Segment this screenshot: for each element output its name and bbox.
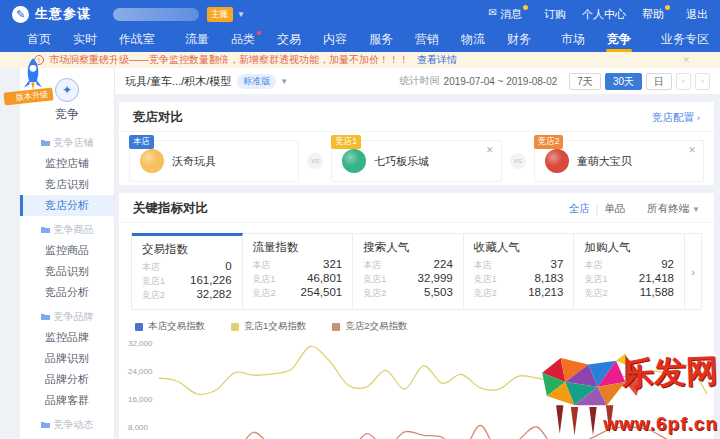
upgrade-mascot[interactable]: 版本升级 [18, 57, 58, 95]
metric-row: 竞店146,801 [253, 272, 343, 286]
nav-tab-business-zone[interactable]: 业务专区 [650, 28, 720, 52]
key-metrics-panel: 关键指标对比 全店 | 单品 所有终端 ▼ 交易指数本店0竞店1161,226竞… [118, 192, 715, 439]
sidebar-item-竞店分析[interactable]: 竞店分析 [20, 195, 114, 216]
nav-tab-market[interactable]: 市场 [550, 28, 596, 52]
sidebar-item-竞品识别[interactable]: 竞品识别 [20, 261, 114, 282]
date-range-value[interactable]: 2019-07-04 ~ 2019-08-02 [444, 76, 558, 87]
topbar-item-profile[interactable]: 个人中心 [582, 7, 626, 22]
notice-text: 市场洞察重磅升级——竞争监控数量翻倍，新增察群透视功能，加量不加价！！！ [49, 53, 409, 67]
new-badge-dot-icon [257, 31, 261, 35]
nav-tab-category[interactable]: 品类 [220, 28, 266, 52]
sidebar-item-品牌客群[interactable]: 品牌客群 [20, 390, 114, 411]
metric-card-流量指数[interactable]: 流量指数本店321竞店146,801竞店2254,501 [243, 234, 354, 309]
category-chevron-down-icon[interactable]: ▼ [280, 77, 288, 86]
sidebar: ✦ 竞争 竞争店铺监控店铺竞店识别竞店分析竞争商品监控商品竞品识别竞品分析竞争品… [20, 68, 115, 439]
nav-tab-finance[interactable]: 财务 [496, 28, 542, 52]
topbar-item-label: 个人中心 [582, 7, 626, 22]
account-chevron-down-icon[interactable]: ▼ [237, 10, 245, 19]
nav-tab-competition[interactable]: 竞争 [596, 28, 642, 52]
range-button-日[interactable]: 日 [646, 73, 672, 90]
prev-period-button[interactable]: ‹ [676, 73, 691, 90]
metric-card-搜索人气[interactable]: 搜索人气本店224竞店132,999竞店25,503 [353, 234, 464, 309]
terminal-filter-dropdown[interactable]: 所有终端 ▼ [647, 202, 700, 216]
shop-card-2[interactable]: 竞店2童萌大宝贝✕ [534, 140, 704, 182]
notice-close-icon[interactable]: ✕ [682, 55, 690, 65]
chart-legend: 本店交易指数竞店1交易指数竞店2交易指数 [119, 310, 714, 333]
topbar-item-logout[interactable]: 退出 [686, 7, 708, 22]
range-button-7天[interactable]: 7天 [569, 73, 601, 90]
shop-avatar [545, 149, 569, 173]
topbar-item-orders[interactable]: 订购 [544, 7, 566, 22]
metric-row-label: 竞店1 [142, 275, 165, 288]
shop-name: 童萌大宝贝 [577, 154, 632, 169]
metric-row: 竞店132,999 [363, 272, 453, 286]
metric-row: 竞店25,503 [363, 286, 453, 300]
metric-card-交易指数[interactable]: 交易指数本店0竞店1161,226竞店232,282 [132, 233, 243, 309]
notice-detail-link[interactable]: 查看详情 [417, 53, 457, 67]
sidebar-item-监控品牌[interactable]: 监控品牌 [20, 327, 114, 348]
topbar-item-label: 订购 [544, 7, 566, 22]
sidebar-item-竞争动态[interactable]: 竞争动态 [20, 435, 114, 439]
metric-row-label: 本店 [584, 259, 602, 272]
close-icon[interactable]: ✕ [486, 145, 494, 155]
category-selector[interactable]: 玩具/童车.../积木/模型 [125, 74, 231, 89]
metric-row: 竞店232,282 [142, 288, 232, 302]
sidebar-item-监控商品[interactable]: 监控商品 [20, 240, 114, 261]
shop-name: 七巧板乐城 [374, 154, 429, 169]
scope-all-shop[interactable]: 全店 [568, 202, 589, 216]
shop-card-0[interactable]: 本店沃奇玩具 [129, 140, 299, 182]
sidebar-item-竞品分析[interactable]: 竞品分析 [20, 282, 114, 303]
nav-tab-home[interactable]: 首页 [16, 28, 62, 52]
y-axis-tick: 32,000 [128, 339, 153, 348]
nav-tab-trade[interactable]: 交易 [266, 28, 312, 52]
shop-config-link[interactable]: 竞店配置 › [652, 111, 700, 125]
range-buttons: 7天30天日 [569, 73, 672, 90]
shop-compare-panel: 竞店对比 竞店配置 › 本店沃奇玩具vs竞店1七巧板乐城✕vs竞店2童萌大宝贝✕ [118, 101, 715, 186]
legend-item[interactable]: 本店交易指数 [135, 320, 205, 333]
nav-tab-traffic[interactable]: 流量 [174, 28, 220, 52]
sidebar-group-0: 竞争店铺 [20, 132, 114, 153]
shop-card-1[interactable]: 竞店1七巧板乐城✕ [331, 140, 501, 182]
metric-row-label: 本店 [253, 259, 271, 272]
metric-scroll-right-button[interactable]: › [685, 234, 701, 309]
topbar-item-help[interactable]: 帮助 [642, 7, 670, 22]
legend-item[interactable]: 竞店1交易指数 [231, 320, 306, 333]
sidebar-item-品牌分析[interactable]: 品牌分析 [20, 369, 114, 390]
legend-item[interactable]: 竞店2交易指数 [332, 320, 407, 333]
trend-chart: 08,00016,00024,00032,00007-0407-0607-080… [119, 333, 714, 439]
sidebar-group-label: 竞争店铺 [54, 136, 94, 150]
nav-tab-content[interactable]: 内容 [312, 28, 358, 52]
metric-row: 竞店121,418 [584, 272, 674, 286]
notice-bar: ! 市场洞察重磅升级——竞争监控数量翻倍，新增察群透视功能，加量不加价！！！ 查… [0, 52, 720, 68]
next-period-button[interactable]: › [695, 73, 710, 90]
nav-tab-logistics[interactable]: 物流 [450, 28, 496, 52]
topbar-item-message[interactable]: ✉消息 [489, 7, 528, 22]
nav-tab-marketing[interactable]: 营销 [404, 28, 450, 52]
close-icon[interactable]: ✕ [688, 145, 696, 155]
topbar-item-label: 退出 [686, 7, 708, 22]
scope-single-item[interactable]: 单品 [604, 202, 625, 216]
metric-card-加购人气[interactable]: 加购人气本店92竞店121,418竞店211,588 [574, 234, 685, 309]
legend-label: 本店交易指数 [148, 320, 205, 333]
message-icon: ✉ [489, 7, 497, 18]
nav-tab-realtime[interactable]: 实时 [62, 28, 108, 52]
folder-icon [41, 139, 50, 147]
metric-name: 流量指数 [253, 240, 343, 255]
account-type-badge: 主账 [207, 7, 233, 22]
sidebar-item-品牌识别[interactable]: 品牌识别 [20, 348, 114, 369]
metric-card-收藏人气[interactable]: 收藏人气本店37竞店18,183竞店218,213 [464, 234, 575, 309]
nav-tab-service[interactable]: 服务 [358, 28, 404, 52]
sidebar-item-监控店铺[interactable]: 监控店铺 [20, 153, 114, 174]
range-button-30天[interactable]: 30天 [605, 73, 642, 90]
sidebar-item-竞店识别[interactable]: 竞店识别 [20, 174, 114, 195]
metric-cards-strip: 交易指数本店0竞店1161,226竞店232,282流量指数本店321竞店146… [131, 233, 702, 310]
series-line-竞店2交易指数 [159, 425, 707, 439]
scope-divider: | [595, 203, 598, 215]
metric-row-value: 37 [551, 258, 564, 271]
metric-row-value: 92 [661, 258, 674, 271]
metric-row-value: 161,226 [190, 274, 232, 287]
nav-tab-war-room[interactable]: 作战室 [108, 28, 166, 52]
chevron-right-icon: › [697, 113, 700, 123]
legend-swatch [332, 323, 340, 331]
metric-row: 本店92 [584, 258, 674, 272]
